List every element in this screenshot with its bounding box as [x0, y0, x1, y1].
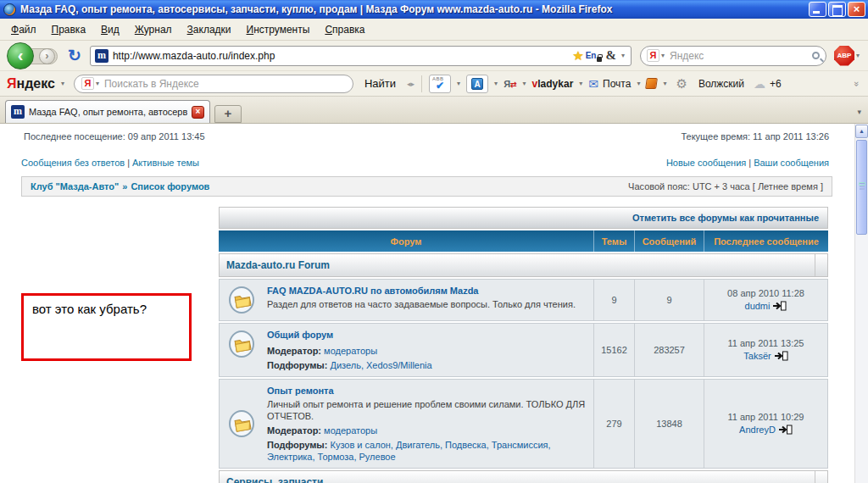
browser-search-box[interactable]: Я ▾: [640, 46, 826, 66]
your-messages-link[interactable]: Ваши сообщения: [754, 158, 829, 168]
new-tab-button[interactable]: +: [214, 105, 242, 123]
last-post-date: 11 апр 2011 13:25: [728, 337, 804, 350]
yandex-logo-dropdown-icon[interactable]: ▾: [61, 80, 64, 87]
new-messages-link[interactable]: Новые сообщения: [666, 158, 746, 168]
restore-button[interactable]: [828, 2, 846, 17]
forum-title-link[interactable]: Общий форум: [267, 329, 333, 341]
yandex-toolbar: Яндекс ▾ Я ▾ Найти ◂▸ ABB ✔ ▾ А ▾ Я⇄ ▾ v…: [0, 71, 868, 97]
history-buttons: ‹ ›: [7, 42, 61, 70]
moderator-link[interactable]: модераторы: [324, 425, 377, 436]
refresh-icon[interactable]: ↻: [68, 46, 81, 65]
close-button[interactable]: ×: [848, 2, 865, 17]
category-link[interactable]: Mazda-auto.ru Forum: [226, 259, 330, 271]
weather-city-label[interactable]: Волжский: [698, 78, 744, 90]
last-post-date: 11 апр 2011 10:29: [728, 411, 804, 424]
goto-latest-icon[interactable]: [772, 301, 787, 311]
column-header-posts: Сообщений: [634, 230, 704, 252]
translit-icon[interactable]: Я⇄: [504, 79, 516, 89]
yandex-search-box[interactable]: Я ▾: [74, 75, 353, 93]
chevron-down-icon[interactable]: ▾: [621, 52, 625, 59]
menu-bookmarks[interactable]: Закладки: [180, 20, 239, 39]
engine-dropdown-icon[interactable]: ▾: [661, 52, 665, 59]
page-scrollbar[interactable]: ▲: [854, 124, 868, 483]
breadcrumb-forum-list-link[interactable]: Список форумов: [131, 181, 209, 192]
topics-count: 279: [593, 380, 634, 468]
menu-bar: Файл Правка Вид Журнал Закладки Инструме…: [0, 19, 868, 41]
translate-button[interactable]: А: [466, 75, 488, 93]
column-header-topics: Темы: [593, 230, 634, 252]
spellcheck-button[interactable]: ABB ✔: [429, 75, 451, 93]
gear-icon[interactable]: ⚙: [676, 76, 687, 92]
forward-button[interactable]: ›: [39, 48, 55, 64]
forum-title-link[interactable]: Опыт ремонта: [267, 385, 334, 397]
subforums-label: Подфорумы:: [267, 360, 327, 370]
menu-history[interactable]: Журнал: [127, 20, 180, 39]
category-row: Mazda-auto.ru Forum: [219, 253, 828, 277]
unanswered-link[interactable]: Сообщения без ответов: [21, 158, 125, 168]
tab-mazda-forum[interactable]: m Мазда FAQ, опыт ремонта, автосерви... …: [5, 100, 210, 123]
last-post-user-link[interactable]: dudmi: [745, 301, 771, 311]
translit-dropdown-icon[interactable]: ▾: [523, 80, 526, 87]
ampersand-icon[interactable]: &: [605, 48, 616, 63]
keyboard-layout-indicator[interactable]: En: [586, 51, 603, 60]
forum-title-link[interactable]: FAQ MAZDA-AUTO.RU по автомобилям Mazda: [267, 285, 478, 297]
topics-count: 15162: [593, 324, 634, 376]
browser-content: Последнее посещение: 09 апр 2011 13:45 Т…: [0, 124, 868, 483]
moderator-label: Модератор:: [267, 425, 321, 436]
tab-bar: m Мазда FAQ, опыт ремонта, автосерви... …: [0, 97, 868, 124]
tab-favicon: m: [11, 105, 25, 119]
goto-latest-icon[interactable]: [778, 425, 793, 435]
yandex-money-icon[interactable]: [645, 78, 658, 89]
find-button[interactable]: Найти: [364, 77, 396, 90]
tab-list-dropdown-icon[interactable]: ▾: [857, 108, 861, 116]
breadcrumb-home-link[interactable]: Клуб "Мазда-Авто": [31, 181, 119, 192]
annotation-text: вот это как убрать?: [32, 302, 147, 316]
last-post-user-link[interactable]: AndreyD: [739, 425, 776, 435]
moderator-link[interactable]: модераторы: [324, 346, 377, 356]
url-bar[interactable]: m ★ En & ▾: [90, 46, 632, 66]
toolbar-overflow-icon[interactable]: »: [852, 80, 862, 86]
mail-icon[interactable]: ✉: [588, 77, 598, 91]
url-input[interactable]: [108, 50, 570, 62]
active-topics-link[interactable]: Активные темы: [132, 158, 199, 168]
column-header-last-post: Последнее сообщение: [704, 230, 828, 252]
minimize-button[interactable]: [809, 2, 826, 17]
user-menu[interactable]: vladykar: [532, 78, 574, 90]
menu-edit[interactable]: Правка: [44, 20, 94, 39]
last-post-user-link[interactable]: Taksёr: [743, 351, 771, 361]
category-link[interactable]: Сервисы, запчасти: [226, 476, 323, 483]
forum-icon: [226, 408, 259, 439]
back-button[interactable]: ‹: [7, 42, 34, 69]
window-title-bar: Мазда FAQ, опыт ремонта, автосервисы, за…: [0, 0, 868, 19]
topics-count: 9: [593, 280, 634, 320]
scrollbar-up-icon[interactable]: ▲: [855, 125, 868, 138]
bookmark-star-icon[interactable]: ★: [572, 48, 583, 64]
scrollbar-thumb[interactable]: [856, 140, 867, 235]
adblock-dropdown-icon[interactable]: ▾: [856, 52, 860, 59]
resize-grip-icon[interactable]: ◂▸: [407, 80, 415, 88]
browser-search-input[interactable]: [666, 50, 812, 62]
translate-dropdown-icon[interactable]: ▾: [494, 80, 498, 87]
adblock-icon[interactable]: ABP: [834, 46, 854, 66]
yandex-logo[interactable]: Яндекс: [7, 76, 55, 92]
session-meta-row: Последнее посещение: 09 апр 2011 13:45 Т…: [0, 124, 854, 142]
subforum-links[interactable]: Дизель, Xedos9/Millenia: [330, 360, 431, 370]
mail-button[interactable]: Почта: [603, 78, 631, 90]
user-dropdown-icon[interactable]: ▾: [579, 80, 582, 87]
yandex-search-input[interactable]: [101, 78, 346, 90]
lock-icon: [597, 57, 602, 62]
yandex-search-dropdown-icon[interactable]: ▾: [96, 80, 99, 87]
firefox-icon: [3, 3, 16, 16]
menu-help[interactable]: Справка: [317, 20, 372, 39]
mail-dropdown-icon[interactable]: ▾: [637, 80, 640, 87]
spellcheck-dropdown-icon[interactable]: ▾: [457, 80, 460, 87]
search-icon[interactable]: [812, 52, 820, 59]
money-dropdown-icon[interactable]: ▾: [663, 80, 666, 87]
mark-forums-read-link[interactable]: Отметить все форумы как прочитанные: [632, 213, 819, 223]
tab-close-icon[interactable]: ×: [192, 106, 204, 119]
menu-tools[interactable]: Инструменты: [239, 20, 318, 39]
menu-view[interactable]: Вид: [93, 20, 127, 39]
posts-count: 13848: [634, 380, 704, 468]
menu-file[interactable]: Файл: [3, 20, 44, 39]
goto-latest-icon[interactable]: [774, 351, 788, 361]
